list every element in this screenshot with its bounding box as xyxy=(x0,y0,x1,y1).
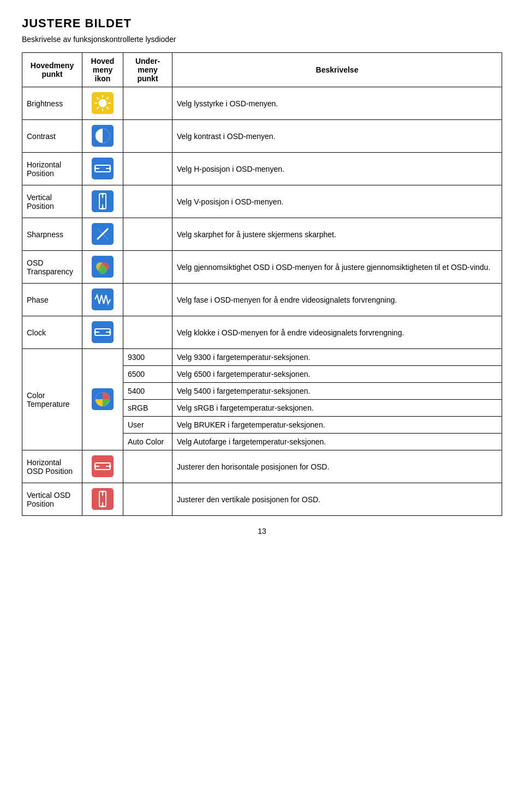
main-label: Vertical OSD Position xyxy=(22,483,82,516)
desc-cell: Velg skarphet for å justere skjermens sk… xyxy=(172,218,502,251)
desc-cell: Velg gjennomsiktighet OSD i OSD-menyen f… xyxy=(172,251,502,284)
desc-cell: Velg 9300 i fargetemperatur-seksjonen. xyxy=(172,349,502,366)
icon-cell xyxy=(82,251,123,284)
desc-cell: Velg H-posisjon i OSD-menyen. xyxy=(172,153,502,185)
icon-cell xyxy=(82,218,123,251)
submenu-cell xyxy=(123,153,172,185)
submenu-cell xyxy=(123,87,172,120)
desc-cell: Velg BRUKER i fargetemperatur-seksjonen. xyxy=(172,417,502,434)
main-label: Horizontal OSD Position xyxy=(22,450,82,483)
submenu-cell: 9300 xyxy=(123,349,172,366)
header-col2: Hoved meny ikon xyxy=(82,53,123,87)
main-table: Hovedmeny punkt Hoved meny ikon Under-me… xyxy=(22,52,502,516)
submenu-cell xyxy=(123,450,172,483)
header-col3: Under-meny punkt xyxy=(123,53,172,87)
submenu-cell: Auto Color xyxy=(123,434,172,450)
main-label: Vertical Position xyxy=(22,185,82,218)
desc-cell: Velg klokke i OSD-menyen for å endre vid… xyxy=(172,316,502,349)
submenu-cell xyxy=(123,185,172,218)
submenu-cell: User xyxy=(123,417,172,434)
submenu-cell xyxy=(123,316,172,349)
desc-cell: Velg V-posisjon i OSD-menyen. xyxy=(172,185,502,218)
icon-cell xyxy=(82,185,123,218)
icon-cell xyxy=(82,87,123,120)
desc-cell: Velg fase i OSD-menyen for å endre video… xyxy=(172,284,502,316)
main-label: Contrast xyxy=(22,120,82,153)
icon-cell xyxy=(82,483,123,516)
desc-cell: Velg Autofarge i fargetemperatur-seksjon… xyxy=(172,434,502,450)
submenu-cell xyxy=(123,251,172,284)
submenu-cell xyxy=(123,120,172,153)
icon-cell xyxy=(82,450,123,483)
header-col1: Hovedmeny punkt xyxy=(22,53,82,87)
subtitle: Beskrivelse av funksjonskontrollerte lys… xyxy=(22,35,502,44)
svg-point-1 xyxy=(99,99,106,107)
desc-cell: Velg 6500 i fargetemperatur-seksjonen. xyxy=(172,366,502,383)
main-label: Clock xyxy=(22,316,82,349)
submenu-cell: 5400 xyxy=(123,383,172,400)
submenu-cell: sRGB xyxy=(123,400,172,417)
main-label: OSD Transparency xyxy=(22,251,82,284)
page-title: JUSTERE BILDET xyxy=(22,16,502,31)
submenu-cell xyxy=(123,483,172,516)
desc-cell: Justerer den vertikale posisjonen for OS… xyxy=(172,483,502,516)
submenu-cell: 6500 xyxy=(123,366,172,383)
icon-cell xyxy=(82,153,123,185)
page-number: 13 xyxy=(22,527,502,536)
icon-cell xyxy=(82,316,123,349)
main-label: Brightness xyxy=(22,87,82,120)
main-label: Phase xyxy=(22,284,82,316)
main-label: Sharpness xyxy=(22,218,82,251)
icon-cell xyxy=(82,349,123,450)
desc-cell: Velg lysstyrke i OSD-menyen. xyxy=(172,87,502,120)
svg-point-30 xyxy=(98,266,107,274)
desc-cell: Velg sRGB i fargetemperatur-seksjonen. xyxy=(172,400,502,417)
main-label: Color Temperature xyxy=(22,349,82,450)
desc-cell: Velg 5400 i fargetemperatur-seksjonen. xyxy=(172,383,502,400)
header-col4: Beskrivelse xyxy=(172,53,502,87)
main-label: Horizontal Position xyxy=(22,153,82,185)
desc-cell: Justerer den horisontale posisjonen for … xyxy=(172,450,502,483)
icon-cell xyxy=(82,120,123,153)
desc-cell: Velg kontrast i OSD-menyen. xyxy=(172,120,502,153)
submenu-cell xyxy=(123,284,172,316)
icon-cell xyxy=(82,284,123,316)
submenu-cell xyxy=(123,218,172,251)
